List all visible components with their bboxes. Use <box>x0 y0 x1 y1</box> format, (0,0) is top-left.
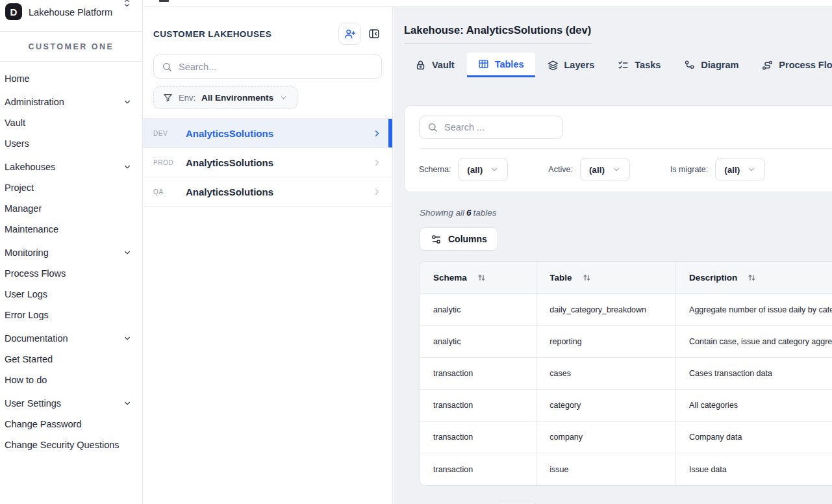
filter-row: Schema:(all)Active:(all)Is migrate:(all) <box>419 158 832 181</box>
tab-label: Tables <box>495 59 524 69</box>
cell-table: issue <box>536 453 676 485</box>
tab-diagram[interactable]: Diagram <box>673 53 750 77</box>
table-row[interactable]: analyticreportingContain case, issue and… <box>420 326 832 358</box>
cell-table: cases <box>536 358 676 390</box>
cell-description: All categories <box>676 390 832 422</box>
sidebar-item-home[interactable]: Home <box>0 68 142 89</box>
sidebar-item-label: Monitoring <box>5 247 49 258</box>
chevron-down-icon <box>123 399 132 408</box>
sidebar-item-vault[interactable]: Vault <box>0 112 142 133</box>
lakehouse-list: DEVAnalyticsSolutionsPRODAnalyticsSoluti… <box>143 118 392 207</box>
menu-icon[interactable] <box>159 0 169 2</box>
sidebar-item-label: Documentation <box>5 333 68 344</box>
lakehouses-panel: CUSTOMER LAKEHOUSES Env: All E <box>143 7 393 504</box>
sidebar-item-label: How to do <box>5 375 47 385</box>
cell-description: Contain case, issue and category aggreat… <box>676 326 832 358</box>
sidebar-item-label: Vault <box>5 118 25 128</box>
sidebar-item-label: User Settings <box>5 398 61 409</box>
lakehouse-env-badge: QA <box>153 188 184 195</box>
sidebar-item-monitoring[interactable]: Monitoring <box>0 242 142 263</box>
lakehouse-item-dev[interactable]: DEVAnalyticsSolutions <box>143 119 392 148</box>
sidebar-item-documentation[interactable]: Documentation <box>0 328 142 349</box>
lakehouse-name: AnalyticsSolutions <box>186 186 372 197</box>
sidebar-item-label: Home <box>5 73 30 84</box>
sidebar-item-project[interactable]: Project <box>0 177 142 198</box>
tab-tasks[interactable]: Tasks <box>607 53 672 77</box>
tab-process-flows[interactable]: Process Flows <box>751 53 832 77</box>
cell-description: Cases transaction data <box>676 358 832 390</box>
env-filter[interactable]: Env: All Environments <box>153 86 297 109</box>
chevron-down-icon <box>123 334 132 343</box>
tab-label: Layers <box>564 60 595 70</box>
sort-icon[interactable] <box>747 273 757 283</box>
panel-title: CUSTOMER LAKEHOUSES <box>153 29 271 39</box>
cell-schema: transaction <box>420 453 536 485</box>
sidebar-item-lakehouses[interactable]: Lakehouses <box>0 157 142 177</box>
sidebar-nav: HomeAdministrationVaultUsersLakehousesPr… <box>0 62 142 455</box>
sidebar: D Lakehouse Platform CUSTOMER ONE HomeAd… <box>0 0 143 504</box>
env-filter-label: Env: <box>179 93 195 103</box>
tab-vault[interactable]: Vault <box>404 53 466 77</box>
table-body: analyticdaily_category_breakdownAggregat… <box>420 294 832 485</box>
lakehouse-item-qa[interactable]: QAAnalyticsSolutions <box>143 177 392 207</box>
sidebar-item-manager[interactable]: Manager <box>0 198 142 219</box>
table-row[interactable]: transactionissueIssue data <box>420 453 832 485</box>
table-search-input[interactable] <box>444 122 566 132</box>
table-row[interactable]: analyticdaily_category_breakdownAggregat… <box>420 294 832 326</box>
columns-button[interactable]: Columns <box>420 227 498 251</box>
sidebar-item-label: Maintenance <box>5 224 58 234</box>
tab-layers[interactable]: Layers <box>536 53 606 77</box>
is-migrate-select[interactable]: (all) <box>715 158 765 181</box>
sidebar-item-users[interactable]: Users <box>0 133 142 154</box>
sidebar-item-user-logs[interactable]: User Logs <box>0 284 142 305</box>
table-row[interactable]: transactioncasesCases transaction data <box>420 358 832 390</box>
sidebar-item-process-flows[interactable]: Process Flows <box>0 263 142 284</box>
brand-logo-letter: D <box>10 6 18 18</box>
sidebar-item-error-logs[interactable]: Error Logs <box>0 305 142 325</box>
summary-count: 6 <box>464 208 473 218</box>
chevrons-up-down-icon[interactable] <box>122 0 132 8</box>
tasks-icon <box>618 60 629 71</box>
active-select[interactable]: (all) <box>580 158 630 181</box>
table-search <box>419 116 563 139</box>
chevron-right-icon <box>372 187 382 197</box>
summary-prefix: Showing all <box>420 208 464 218</box>
table-row[interactable]: transactioncategoryAll categories <box>420 390 832 422</box>
sort-icon[interactable] <box>582 273 592 283</box>
cell-schema: transaction <box>420 422 536 453</box>
sidebar-item-user-settings[interactable]: User Settings <box>0 393 142 414</box>
sidebar-item-how-to-do[interactable]: How to do <box>0 370 142 390</box>
schema-select[interactable]: (all) <box>458 158 508 181</box>
add-user-button[interactable] <box>338 23 361 45</box>
tab-tables[interactable]: Tables <box>467 53 535 77</box>
sort-icon[interactable] <box>477 273 486 283</box>
sidebar-item-administration[interactable]: Administration <box>0 92 142 112</box>
sliders-icon <box>431 234 442 245</box>
sidebar-item-get-started[interactable]: Get Started <box>0 349 142 370</box>
sidebar-item-label: Users <box>5 138 29 149</box>
cell-schema: analytic <box>420 294 536 326</box>
cell-table: category <box>536 390 676 422</box>
user-plus-icon <box>344 28 356 40</box>
chevron-down-icon <box>123 97 132 107</box>
diagram-icon <box>684 60 695 71</box>
tab-bar: VaultTablesLayersTasksDiagramProcess Flo… <box>404 53 832 77</box>
lakehouse-item-prod[interactable]: PRODAnalyticsSolutions <box>143 148 392 177</box>
main-panel: Lakehouse: AnalyticsSolutions (dev) Vaul… <box>394 7 832 504</box>
sidebar-item-change-security-questions[interactable]: Change Security Questions <box>0 435 142 455</box>
chevron-down-icon <box>612 165 621 174</box>
table-row[interactable]: transactioncompanyCompany data <box>420 422 832 453</box>
lakehouse-name: AnalyticsSolutions <box>186 128 372 139</box>
brand[interactable]: D Lakehouse Platform <box>0 0 142 31</box>
sidebar-item-change-password[interactable]: Change Password <box>0 414 142 435</box>
collapse-panel-button[interactable] <box>364 23 384 44</box>
lakehouse-env-badge: DEV <box>153 130 184 137</box>
chevron-right-icon <box>372 158 382 168</box>
sidebar-item-label: Manager <box>5 203 42 214</box>
sidebar-item-label: Change Password <box>5 419 82 429</box>
sidebar-item-label: Change Security Questions <box>5 440 120 450</box>
column-header-label: Description <box>689 273 737 283</box>
sidebar-item-maintenance[interactable]: Maintenance <box>0 219 142 240</box>
top-bar <box>143 0 832 7</box>
lakehouse-search-input[interactable] <box>179 62 373 72</box>
